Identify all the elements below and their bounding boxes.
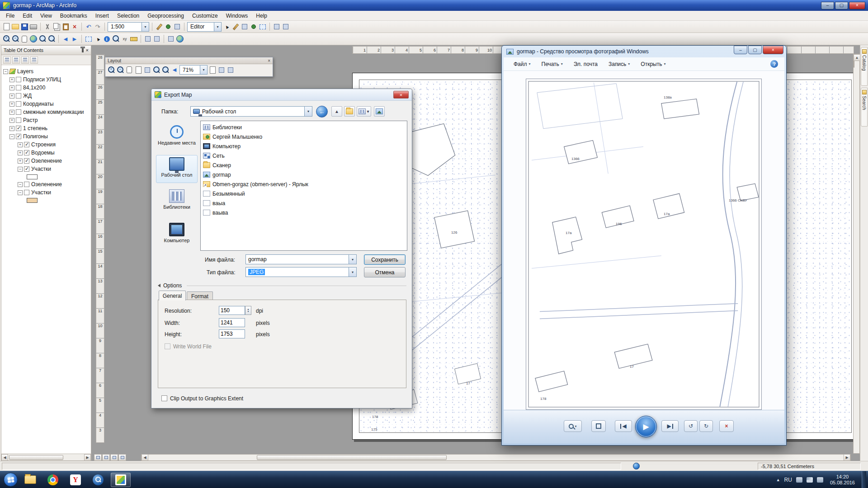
home-icon[interactable] [374, 106, 385, 117]
new-folder-icon[interactable] [344, 106, 355, 117]
arcmap-titlebar[interactable]: gormap - ArcMap - ArcInfo – ▢ × [0, 0, 868, 11]
refresh-view-button[interactable] [110, 454, 118, 461]
up-one-level-icon[interactable]: ▲ [331, 106, 342, 117]
volume-icon[interactable] [817, 477, 823, 483]
layer-checkbox[interactable] [16, 126, 21, 131]
file-item[interactable]: Сеть [202, 151, 406, 160]
zoom-out-page-icon[interactable] [116, 66, 124, 74]
fixed-zoom-out-icon[interactable] [47, 35, 56, 43]
chevron-down-icon[interactable]: ▾ [214, 23, 221, 31]
taskbar-explorer[interactable] [20, 473, 40, 487]
expand-toggle[interactable]: + [18, 150, 23, 155]
back-extent-icon[interactable] [170, 66, 179, 74]
menu-print[interactable]: Печать ▾ [538, 60, 566, 69]
toc-header[interactable]: Table Of Contents × [1, 46, 91, 55]
tab-format[interactable]: Format [187, 291, 213, 300]
menu-burn[interactable]: Запись ▾ [605, 60, 633, 69]
editor-menu[interactable]: Editor ▾ [187, 22, 222, 32]
rotate-ccw-button[interactable]: ↺ [684, 420, 698, 432]
save-icon[interactable] [20, 23, 28, 31]
feature-tool-icon[interactable] [173, 23, 181, 31]
layer-checkbox[interactable] [24, 182, 29, 187]
folder-combo[interactable]: Рабочий стол ▾ [190, 106, 312, 117]
toc-layer[interactable]: + Водоемы [1, 149, 91, 157]
toc-layer[interactable]: + 1 степень [1, 124, 91, 132]
close-button[interactable]: × [763, 46, 783, 54]
keyboard-layout-icon[interactable] [796, 477, 802, 483]
focus-data-frame-icon[interactable] [217, 66, 226, 74]
menu-email[interactable]: Эл. почта [570, 60, 601, 69]
network-icon[interactable] [807, 477, 813, 483]
toc-layer[interactable]: + Координаты [1, 100, 91, 108]
hyperlink-icon[interactable] [144, 35, 152, 43]
file-item[interactable]: Безымянный [202, 189, 406, 198]
start-button[interactable] [4, 473, 18, 487]
file-item[interactable]: Компьютер [202, 141, 406, 151]
chevron-down-icon[interactable]: ▾ [200, 66, 207, 74]
expand-toggle[interactable]: + [9, 126, 14, 131]
toc-layer[interactable]: − Участки [1, 165, 91, 173]
menu-edit[interactable]: Edit [19, 12, 36, 20]
print-icon[interactable] [29, 23, 38, 31]
menu-help[interactable]: Help [252, 12, 271, 20]
find-icon[interactable] [112, 35, 120, 43]
rotate-cw-button[interactable]: ↻ [699, 420, 713, 432]
back-extent-icon[interactable] [61, 35, 70, 43]
menu-geoprocessing[interactable]: Geoprocessing [143, 12, 188, 20]
notification-icon[interactable] [633, 463, 640, 469]
chevron-down-icon[interactable]: ▾ [349, 255, 356, 264]
map-vertical-scrollbar[interactable]: ▲ [853, 54, 860, 454]
layer-checkbox[interactable] [24, 142, 29, 147]
toc-layer[interactable]: + ЖД [1, 92, 91, 100]
chevron-down-icon[interactable]: ▾ [304, 107, 312, 116]
scroll-up-icon[interactable]: ▲ [854, 54, 860, 61]
zoom-out-icon[interactable] [11, 35, 19, 43]
catalog-window-icon[interactable] [176, 35, 184, 43]
menu-selection[interactable]: Selection [113, 12, 143, 20]
snap-tool-icon[interactable] [250, 23, 258, 31]
toolbar-icon[interactable] [282, 23, 290, 31]
actual-size-button[interactable] [591, 420, 606, 432]
taskbar-browser[interactable] [43, 473, 63, 487]
delete-button[interactable]: × [719, 420, 734, 432]
menu-view[interactable]: View [36, 12, 56, 20]
close-icon[interactable]: × [268, 58, 270, 63]
file-item[interactable]: Сканер [202, 160, 406, 170]
previous-button[interactable]: ◀ [615, 420, 632, 432]
menu-file[interactable]: Файл ▾ [510, 60, 534, 69]
resolution-spinner[interactable]: ▲▼ [245, 306, 251, 315]
new-document-icon[interactable] [2, 23, 10, 31]
toc-layer[interactable]: − Участки [1, 188, 91, 197]
taskbar-yandex[interactable]: Y [66, 473, 85, 487]
filename-combo[interactable]: gormap ▾ [245, 254, 357, 264]
file-item[interactable]: gormap [202, 170, 406, 179]
pin-icon[interactable] [82, 48, 84, 52]
photo-viewer-titlebar[interactable]: gormap - Средство просмотра фотографий W… [506, 46, 783, 57]
slideshow-button[interactable]: ▶ [635, 416, 657, 437]
layer-checkbox[interactable] [16, 109, 21, 115]
list-by-drawing-order-icon[interactable] [3, 56, 11, 64]
fixed-zoom-out-icon[interactable] [161, 66, 170, 74]
menu-windows[interactable]: Windows [222, 12, 252, 20]
language-indicator[interactable]: RU [784, 477, 792, 483]
go-to-xy-icon[interactable] [121, 35, 129, 43]
full-extent-icon[interactable] [29, 35, 38, 43]
pause-drawing-button[interactable] [118, 454, 126, 461]
data-view-button[interactable] [94, 454, 102, 461]
expand-toggle[interactable]: + [9, 118, 14, 123]
fixed-zoom-in-icon[interactable] [152, 66, 160, 74]
create-features-icon[interactable] [241, 23, 249, 31]
view-menu-icon[interactable]: ▾ [357, 106, 371, 117]
expand-toggle[interactable]: − [18, 167, 23, 172]
layout-toolbar-titlebar[interactable]: Layout × [105, 57, 273, 64]
pan-page-icon[interactable] [125, 66, 133, 74]
options-collapse-icon[interactable] [158, 284, 160, 287]
scrollbar-thumb[interactable] [854, 61, 854, 68]
parcels-symbol-swatch[interactable] [27, 174, 38, 179]
toc-layer[interactable]: + смежные коммуникации [1, 108, 91, 116]
layer-checkbox[interactable] [16, 101, 21, 107]
height-input[interactable] [219, 329, 245, 338]
expand-toggle[interactable]: + [9, 110, 14, 115]
undo-icon[interactable] [85, 23, 93, 31]
expand-toggle[interactable]: − [18, 182, 23, 187]
